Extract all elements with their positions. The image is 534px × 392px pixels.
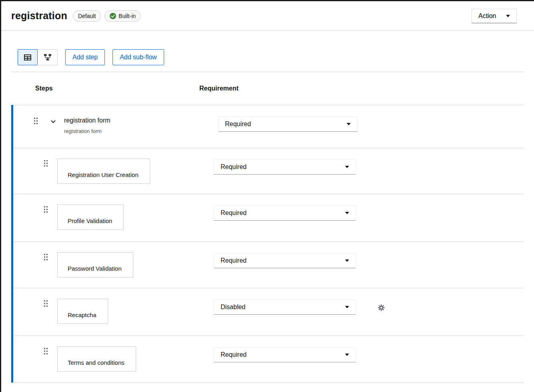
add-step-button[interactable]: Add step xyxy=(65,49,105,65)
chevron-down-icon xyxy=(51,120,56,123)
grip-vertical-icon[interactable] xyxy=(44,254,48,260)
gear-icon xyxy=(378,304,385,311)
page-title: registration xyxy=(11,10,67,22)
add-sub-flow-button[interactable]: Add sub-flow xyxy=(112,49,164,65)
requirement-column-header: Requirement xyxy=(199,85,239,92)
step-card[interactable]: Password Validation xyxy=(57,252,133,277)
flow-row-registration-form: registration form registration form Requ… xyxy=(13,105,524,148)
caret-down-icon xyxy=(506,15,510,17)
grip-vertical-icon[interactable] xyxy=(44,160,48,167)
caret-down-icon xyxy=(347,123,351,125)
grip-vertical-icon[interactable] xyxy=(44,348,48,354)
caret-down-icon xyxy=(345,354,349,356)
requirement-select-value: Disabled xyxy=(221,304,245,311)
step-title: Terms and conditions xyxy=(68,359,124,366)
subflow-subtitle: registration form xyxy=(64,128,102,134)
grip-vertical-icon[interactable] xyxy=(44,206,48,213)
action-dropdown-label: Action xyxy=(478,12,496,20)
built-in-badge: Built-in xyxy=(104,10,141,22)
step-title: Recaptcha xyxy=(68,312,96,318)
flow-row-recaptcha: Recaptcha Disabled xyxy=(13,288,524,336)
step-title: Profile Validation xyxy=(68,217,112,224)
caret-down-icon xyxy=(345,166,349,168)
grip-vertical-icon[interactable] xyxy=(44,300,48,307)
step-settings-button[interactable] xyxy=(375,301,387,314)
table-icon xyxy=(24,54,31,60)
step-card[interactable]: Terms and conditions xyxy=(57,346,136,372)
requirement-select-value: Required xyxy=(221,351,247,358)
flow-row-registration-user-creation: Registration User Creation Required xyxy=(13,148,524,194)
column-headers: Steps Requirement xyxy=(11,72,524,105)
step-card[interactable]: Registration User Creation xyxy=(57,159,150,184)
flow-row-profile-validation: Profile Validation Required xyxy=(13,194,524,241)
collapse-subflow-button[interactable] xyxy=(49,118,57,126)
page-header: registration Default Built-in Action xyxy=(1,1,534,31)
add-step-label: Add step xyxy=(72,54,98,61)
built-in-badge-label: Built-in xyxy=(118,13,136,19)
steps-column-header: Steps xyxy=(35,85,53,92)
project-diagram-icon xyxy=(44,54,51,60)
flow-table: Steps Requirement registration form xyxy=(11,72,524,383)
default-badge: Default xyxy=(73,10,101,22)
caret-down-icon xyxy=(345,212,349,214)
view-toggle-group xyxy=(18,49,58,65)
requirement-select-value: Required xyxy=(221,257,247,264)
requirement-select-value: Required xyxy=(221,209,247,217)
flow-row-password-validation: Password Validation Required xyxy=(13,241,524,288)
subflow-title: registration form xyxy=(64,117,110,124)
default-badge-label: Default xyxy=(78,13,96,19)
caret-down-icon xyxy=(345,306,349,308)
action-dropdown[interactable]: Action xyxy=(472,9,517,23)
flow-row-terms-and-conditions: Terms and conditions Required xyxy=(13,336,524,382)
requirement-select-value: Required xyxy=(221,163,247,171)
requirement-select-value: Required xyxy=(225,121,251,128)
requirement-select-terms-and-conditions[interactable]: Required xyxy=(214,347,356,362)
diagram-view-toggle[interactable] xyxy=(38,49,58,65)
requirement-select-registration-user-creation[interactable]: Required xyxy=(214,159,356,175)
check-circle-icon xyxy=(110,13,116,19)
requirement-select-registration-form[interactable]: Required xyxy=(218,117,357,132)
table-view-toggle[interactable] xyxy=(18,49,38,65)
caret-down-icon xyxy=(345,259,349,262)
step-title: Password Validation xyxy=(68,265,122,272)
flow-rows: registration form registration form Requ… xyxy=(11,105,524,383)
step-title: Registration User Creation xyxy=(68,171,139,178)
requirement-select-password-validation[interactable]: Required xyxy=(214,253,356,268)
add-sub-flow-label: Add sub-flow xyxy=(120,54,157,61)
requirement-select-profile-validation[interactable]: Required xyxy=(214,205,356,221)
step-card[interactable]: Profile Validation xyxy=(57,205,124,230)
grip-vertical-icon[interactable] xyxy=(34,118,38,124)
toolbar: Add step Add sub-flow xyxy=(18,49,534,65)
step-card[interactable]: Recaptcha xyxy=(57,299,108,324)
requirement-select-recaptcha[interactable]: Disabled xyxy=(214,300,356,315)
badges: Default Built-in xyxy=(73,10,141,22)
